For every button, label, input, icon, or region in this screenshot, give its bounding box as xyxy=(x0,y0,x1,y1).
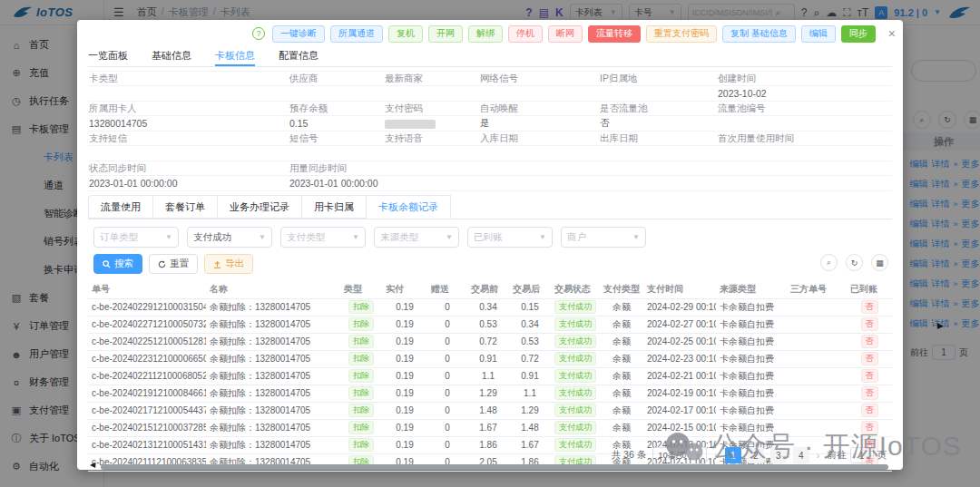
modal-header-button[interactable]: 编辑 xyxy=(801,25,836,43)
filter-select[interactable]: 来源类型 ▼ xyxy=(374,227,459,248)
horizontal-scrollbar[interactable]: ◀ xyxy=(88,464,892,471)
scrollbar-thumb[interactable] xyxy=(101,464,888,470)
modal-header-button[interactable]: 开网 xyxy=(428,25,463,43)
scroll-left-icon[interactable]: ◀ xyxy=(90,461,95,469)
modal-header-button[interactable]: 复制 基础信息 xyxy=(722,25,796,43)
page-number-button[interactable]: 1 xyxy=(725,447,741,463)
cell-pay-type: 余额 xyxy=(600,316,643,333)
table-header-cell[interactable]: 交易状态 xyxy=(551,281,600,298)
next-page-icon[interactable]: › xyxy=(816,450,821,461)
reset-button[interactable]: 重置 xyxy=(149,254,198,274)
info-value: 2023-01-01 00:00:00 xyxy=(88,178,289,189)
modal-header-button[interactable]: 流量转移 xyxy=(588,25,641,43)
page-number-button[interactable]: 2 xyxy=(748,447,764,463)
modal-tab[interactable]: 卡板信息 xyxy=(215,45,255,66)
chevron-down-icon: ▼ xyxy=(446,233,453,241)
cell-order-no: c-be-2024022112100068052 xyxy=(88,367,206,385)
table-row[interactable]: c-be-2024022712100050732 余额扣除：1328001470… xyxy=(88,316,892,333)
chevron-down-icon: ▼ xyxy=(539,233,546,241)
page-size-select[interactable]: 10条/页 ▼ xyxy=(652,447,707,464)
page-number-button[interactable]: 4 xyxy=(793,447,809,463)
export-button[interactable]: 导出 xyxy=(204,254,253,274)
modal-header-button[interactable]: 解绑 xyxy=(468,25,503,43)
modal-header-button[interactable]: 所属通道 xyxy=(330,25,383,43)
record-subtab[interactable]: 套餐订单 xyxy=(153,195,218,219)
filter-select[interactable]: 支付成功 ▼ xyxy=(187,227,272,248)
received-tag: 否 xyxy=(861,317,878,331)
modal-tab[interactable]: 一览面板 xyxy=(88,45,128,66)
modal-header-button[interactable]: 重置支付密码 xyxy=(646,25,717,43)
prev-page-icon[interactable]: ‹ xyxy=(713,450,719,461)
modal-header-button[interactable]: 复机 xyxy=(388,25,423,43)
info-label: 自动唤醒 xyxy=(479,102,599,115)
filter-select[interactable]: 订单类型 ▼ xyxy=(93,227,179,248)
table-header-cell[interactable]: 单号 xyxy=(88,281,206,298)
filter-select-value: 商户 xyxy=(567,231,586,244)
table-row[interactable]: c-be-2024022312100006650 余额扣除：1328001470… xyxy=(88,350,892,367)
cell-source: 卡余额自扣费 xyxy=(716,419,787,436)
modal-header-button[interactable]: 断网 xyxy=(548,25,583,43)
cell-gift: 0 xyxy=(427,350,467,367)
table-row[interactable]: c-be-2024021512100037285 余额扣除：1328001470… xyxy=(88,419,892,436)
modal-header-button[interactable]: 停机 xyxy=(508,25,543,43)
cell-paid: 0.19 xyxy=(382,385,427,402)
cell-source: 卡余额自扣费 xyxy=(716,402,787,419)
cell-third-no xyxy=(787,350,847,367)
modal-header-button[interactable]: 一键诊断 xyxy=(272,25,325,43)
status-tag: 支付成功 xyxy=(554,335,596,348)
table-row[interactable]: c-be-2024021912100084661 余额扣除：1328001470… xyxy=(88,385,892,402)
table-header-cell[interactable]: 交易前 xyxy=(467,281,509,298)
record-subtab[interactable]: 卡板余额记录 xyxy=(367,195,451,219)
balance-record-table: 单号名称类型实付赠送交易前交易后交易状态支付类型支付时间来源类型三方单号已到账 … xyxy=(88,281,892,472)
table-header-cell[interactable]: 名称 xyxy=(206,281,340,298)
table-header-cell[interactable]: 已到账 xyxy=(847,281,892,298)
search-button[interactable]: 搜索 xyxy=(93,254,142,274)
cell-source: 卡余额自扣费 xyxy=(716,333,787,350)
cell-source: 卡余额自扣费 xyxy=(716,316,787,333)
goto-unit: 页 xyxy=(877,449,887,462)
cell-received: 否 xyxy=(847,350,892,367)
modal-tab[interactable]: 配置信息 xyxy=(279,45,318,66)
help-circle-icon[interactable]: ? xyxy=(252,27,265,40)
filter-select[interactable]: 支付类型 ▼ xyxy=(280,227,366,248)
status-tag: 支付成功 xyxy=(554,438,596,452)
info-label: 最新商家 xyxy=(384,73,479,85)
record-subtab[interactable]: 业务办理记录 xyxy=(218,195,302,219)
table-header-cell[interactable]: 支付类型 xyxy=(600,281,643,298)
table-row[interactable]: c-be-2024022912100031504 余额扣除：1328001470… xyxy=(88,298,892,316)
cell-before: 0.34 xyxy=(467,298,509,316)
filter-select-value: 支付类型 xyxy=(287,231,325,244)
record-subtab[interactable]: 用卡归属 xyxy=(302,195,367,219)
filter-select-value: 支付成功 xyxy=(193,231,231,244)
record-subtab[interactable]: 流量使用 xyxy=(88,195,153,219)
filter-select-value: 已到账 xyxy=(474,231,503,244)
table-header-cell[interactable]: 来源类型 xyxy=(716,281,787,298)
table-header-cell[interactable]: 三方单号 xyxy=(787,281,847,298)
table-header-cell[interactable]: 实付 xyxy=(382,281,427,298)
refresh-icon[interactable]: ↻ xyxy=(846,254,863,271)
table-header-cell[interactable]: 类型 xyxy=(340,281,382,298)
info-label-row: 卡类型供应商最新商家网络信号IP归属地创建时间 xyxy=(88,72,892,86)
search-icon[interactable]: ⌕ xyxy=(820,254,838,271)
modal-header-button[interactable]: 同步 xyxy=(841,25,876,43)
cell-after: 1.29 xyxy=(509,402,551,419)
cell-before: 0.53 xyxy=(467,316,509,333)
filter-select[interactable]: 商户 ▼ xyxy=(561,227,646,248)
table-header-cell[interactable]: 赠送 xyxy=(427,281,467,298)
table-header-cell[interactable]: 支付时间 xyxy=(643,281,716,298)
close-icon[interactable]: × xyxy=(888,27,896,40)
status-tag: 支付成功 xyxy=(554,300,596,314)
type-tag: 扣除 xyxy=(348,369,374,383)
info-label: 支持语音 xyxy=(384,132,479,145)
status-tag: 支付成功 xyxy=(554,404,596,417)
filter-select[interactable]: 已到账 ▼ xyxy=(467,227,553,248)
columns-icon[interactable]: ▦ xyxy=(871,254,888,271)
modal-tab[interactable]: 基础信息 xyxy=(152,45,191,66)
goto-page-input[interactable]: 1 xyxy=(850,447,874,463)
page-number-button[interactable]: 3 xyxy=(770,447,787,463)
table-row[interactable]: c-be-2024022512100051281 余额扣除：1328001470… xyxy=(88,333,892,350)
table-row[interactable]: c-be-2024022112100068052 余额扣除：1328001470… xyxy=(88,367,892,385)
table-header-cell[interactable]: 交易后 xyxy=(509,281,551,298)
cell-paid: 0.19 xyxy=(382,316,427,333)
table-row[interactable]: c-be-2024021712100054437 余额扣除：1328001470… xyxy=(88,402,892,419)
